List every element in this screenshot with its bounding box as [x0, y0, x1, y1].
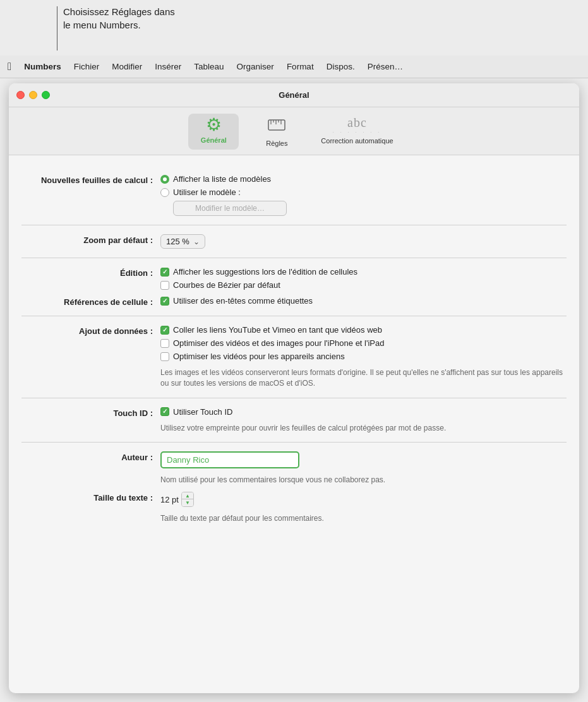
- gear-icon: ⚙: [206, 116, 222, 134]
- row-edition: Édition : Afficher les suggestions lors …: [21, 267, 567, 290]
- checkbox-row-suggestions: Afficher les suggestions lors de l'éditi…: [160, 267, 567, 277]
- tab-correction-label: Correction automatique: [321, 137, 393, 145]
- menubar:  Numbers Fichier Modifier Insérer Table…: [0, 56, 588, 78]
- row-taille-texte: Taille du texte : 12 pt ▲ ▼ Taille du te…: [21, 492, 567, 524]
- row-auteur: Auteur : Nom utilisé pour les commentair…: [21, 451, 567, 485]
- correction-icon: abc · · · · · · ·: [333, 116, 381, 134]
- maximize-button[interactable]: [42, 91, 50, 99]
- checkbox-bezier-label: Courbes de Bézier par défaut: [173, 280, 280, 290]
- section-auteur: Auteur : Nom utilisé pour les commentair…: [21, 443, 567, 533]
- checkbox-touch-id[interactable]: [160, 407, 169, 416]
- minimize-button[interactable]: [29, 91, 37, 99]
- radio-row-afficher: Afficher la liste de modèles: [160, 174, 567, 184]
- menu-tableau[interactable]: Tableau: [188, 59, 230, 74]
- row-touch-id: Touch ID : Utiliser Touch ID Utilisez vo…: [21, 407, 567, 434]
- stepper-up-icon[interactable]: ▲: [182, 492, 193, 499]
- traffic-lights: [16, 91, 50, 99]
- section-zoom: Zoom par défaut : 125 % ⌄: [21, 225, 567, 258]
- menu-numbers[interactable]: Numbers: [18, 59, 68, 74]
- checkbox-suggestions-label: Afficher les suggestions lors de l'éditi…: [173, 267, 357, 277]
- checkbox-optimiser-iphone[interactable]: [160, 339, 169, 348]
- checkbox-row-touch-id: Utiliser Touch ID: [160, 407, 567, 417]
- checkbox-optimiser-anciens-label: Optimiser les vidéos pour les appareils …: [173, 352, 345, 361]
- row-nouvelles-feuilles: Nouvelles feuilles de calcul : Afficher …: [21, 174, 567, 216]
- apple-menu[interactable]: : [5, 59, 18, 74]
- checkbox-row-entetes: Utiliser des en-têtes comme étiquettes: [160, 296, 567, 306]
- label-nouvelles-feuilles: Nouvelles feuilles de calcul :: [21, 174, 160, 185]
- radio-row-utiliser: Utiliser le modèle :: [160, 187, 567, 197]
- label-references: Références de cellule :: [21, 296, 160, 307]
- zoom-dropdown[interactable]: 125 % ⌄: [160, 234, 205, 249]
- radio-utiliser[interactable]: [160, 188, 169, 197]
- ruler-icon: [267, 116, 286, 137]
- menu-modifier[interactable]: Modifier: [105, 59, 148, 74]
- stepper-row: 12 pt ▲ ▼: [160, 492, 567, 507]
- checkbox-bezier[interactable]: [160, 281, 169, 290]
- section-touch-id: Touch ID : Utiliser Touch ID Utilisez vo…: [21, 398, 567, 443]
- ajout-donnees-info: Les images et les vidéos conserveront le…: [160, 367, 567, 389]
- control-references: Utiliser des en-têtes comme étiquettes: [160, 296, 567, 306]
- control-taille-texte: 12 pt ▲ ▼ Taille du texte par défaut pou…: [160, 492, 567, 524]
- zoom-chevron-icon: ⌄: [193, 237, 200, 246]
- checkbox-row-optimiser-anciens: Optimiser les vidéos pour les appareils …: [160, 352, 567, 361]
- label-zoom: Zoom par défaut :: [21, 234, 160, 245]
- label-ajout-donnees: Ajout de données :: [21, 325, 160, 336]
- tab-general-label: Général: [201, 136, 227, 144]
- tab-general[interactable]: ⚙ Général: [188, 114, 239, 150]
- checkbox-touch-id-label: Utiliser Touch ID: [173, 407, 232, 417]
- checkbox-entetes-label: Utiliser des en-têtes comme étiquettes: [173, 296, 313, 306]
- tab-correction[interactable]: abc · · · · · · · Correction automatique: [315, 114, 399, 150]
- checkbox-optimiser-iphone-label: Optimiser des vidéos et des images pour …: [173, 338, 384, 348]
- taille-texte-info: Taille du texte par défaut pour les comm…: [160, 513, 567, 524]
- dialog-title: Général: [279, 90, 309, 100]
- control-zoom: 125 % ⌄: [160, 234, 567, 249]
- checkbox-row-bezier: Courbes de Bézier par défaut: [160, 280, 567, 290]
- tab-regles[interactable]: Règles: [251, 114, 302, 150]
- label-taille-texte: Taille du texte :: [21, 492, 160, 503]
- checkbox-optimiser-anciens[interactable]: [160, 352, 169, 361]
- radio-afficher-label: Afficher la liste de modèles: [173, 174, 271, 184]
- menu-presen[interactable]: Présen…: [361, 59, 409, 74]
- menu-organiser[interactable]: Organiser: [231, 59, 280, 74]
- menu-inserer[interactable]: Insérer: [148, 59, 188, 74]
- control-edition: Afficher les suggestions lors de l'éditi…: [160, 267, 567, 290]
- close-button[interactable]: [16, 91, 25, 99]
- checkbox-row-youtube: Coller les liens YouTube et Vimeo en tan…: [160, 325, 567, 335]
- annotation-line: [57, 6, 57, 51]
- author-input[interactable]: [160, 451, 299, 468]
- auteur-info: Nom utilisé pour les commentaires lorsqu…: [160, 475, 567, 485]
- control-touch-id: Utiliser Touch ID Utilisez votre emprein…: [160, 407, 567, 434]
- row-ajout-donnees: Ajout de données : Coller les liens YouT…: [21, 325, 567, 389]
- control-ajout-donnees: Coller les liens YouTube et Vimeo en tan…: [160, 325, 567, 389]
- titlebar: Général: [9, 83, 579, 107]
- taille-texte-value: 12 pt: [160, 495, 179, 504]
- label-edition: Édition :: [21, 267, 160, 278]
- checkbox-youtube-label: Coller les liens YouTube et Vimeo en tan…: [173, 325, 382, 335]
- control-nouvelles-feuilles: Afficher la liste de modèles Utiliser le…: [160, 174, 567, 216]
- label-auteur: Auteur :: [21, 451, 160, 462]
- radio-utiliser-label: Utiliser le modèle :: [173, 187, 241, 197]
- checkbox-youtube[interactable]: [160, 326, 169, 335]
- menu-fichier[interactable]: Fichier: [68, 59, 106, 74]
- taille-texte-stepper[interactable]: ▲ ▼: [181, 492, 194, 507]
- radio-afficher[interactable]: [160, 175, 169, 184]
- checkbox-row-optimiser-iphone: Optimiser des vidéos et des images pour …: [160, 338, 567, 348]
- control-auteur: Nom utilisé pour les commentaires lorsqu…: [160, 451, 567, 485]
- section-edition: Édition : Afficher les suggestions lors …: [21, 258, 567, 316]
- stepper-down-icon[interactable]: ▼: [182, 499, 193, 506]
- menu-dispos[interactable]: Dispos.: [320, 59, 361, 74]
- row-references: Références de cellule : Utiliser des en-…: [21, 296, 567, 307]
- zoom-value: 125 %: [166, 237, 189, 246]
- row-zoom: Zoom par défaut : 125 % ⌄: [21, 234, 567, 249]
- checkbox-suggestions[interactable]: [160, 268, 169, 277]
- dialog: Général ⚙ Général Règles: [9, 83, 579, 693]
- toolbar-tabs: ⚙ Général Règles abc · · · · · · ·: [9, 107, 579, 155]
- menu-format[interactable]: Format: [280, 59, 320, 74]
- checkbox-entetes[interactable]: [160, 297, 169, 306]
- tab-regles-label: Règles: [266, 140, 287, 147]
- annotation: Choisissez Réglages dans le menu Numbers…: [63, 5, 175, 32]
- touch-id-info: Utilisez votre empreinte pour ouvrir les…: [160, 423, 567, 434]
- section-nouvelles-feuilles: Nouvelles feuilles de calcul : Afficher …: [21, 165, 567, 225]
- modifier-modele-button[interactable]: Modifier le modèle…: [173, 201, 287, 216]
- label-touch-id: Touch ID :: [21, 407, 160, 418]
